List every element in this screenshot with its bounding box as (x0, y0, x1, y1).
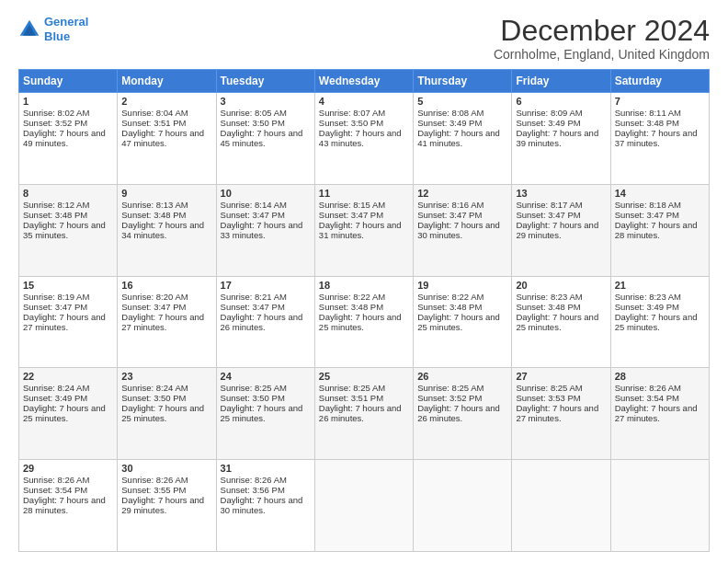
day-31: 31 Sunrise: 8:26 AM Sunset: 3:56 PM Dayl… (216, 460, 314, 552)
day-7: 7 Sunrise: 8:11 AM Sunset: 3:48 PM Dayli… (610, 93, 709, 185)
sunset-label: Sunset: 3:47 PM (417, 210, 482, 220)
sunrise-label: Sunrise: 8:22 AM (319, 292, 385, 302)
calendar-week-3: 15 Sunrise: 8:19 AM Sunset: 3:47 PM Dayl… (19, 276, 710, 368)
day-number: 20 (516, 280, 606, 291)
sunrise-label: Sunrise: 8:22 AM (417, 292, 483, 302)
day-11: 11 Sunrise: 8:15 AM Sunset: 3:47 PM Dayl… (314, 184, 413, 276)
sunrise-label: Sunrise: 8:13 AM (121, 200, 188, 210)
sunset-label: Sunset: 3:48 PM (23, 210, 87, 220)
sunset-label: Sunset: 3:49 PM (615, 302, 679, 312)
daylight-label: Daylight: 7 hours and 25 minutes. (121, 403, 204, 423)
sunset-label: Sunset: 3:48 PM (615, 118, 679, 128)
day-10: 10 Sunrise: 8:14 AM Sunset: 3:47 PM Dayl… (216, 184, 314, 276)
daylight-label: Daylight: 7 hours and 26 minutes. (319, 403, 402, 423)
sunrise-label: Sunrise: 8:23 AM (516, 292, 582, 302)
empty-day (610, 460, 709, 552)
day-18: 18 Sunrise: 8:22 AM Sunset: 3:48 PM Dayl… (314, 276, 413, 368)
day-number: 1 (23, 96, 113, 107)
sunset-label: Sunset: 3:47 PM (121, 302, 186, 312)
day-number: 25 (319, 371, 409, 382)
daylight-label: Daylight: 7 hours and 29 minutes. (121, 495, 204, 515)
day-number: 2 (121, 96, 211, 107)
sunset-label: Sunset: 3:47 PM (319, 210, 383, 220)
calendar-table: Sunday Monday Tuesday Wednesday Thursday… (18, 69, 710, 552)
daylight-label: Daylight: 7 hours and 25 minutes. (417, 312, 500, 332)
sunrise-label: Sunrise: 8:26 AM (221, 475, 287, 485)
daylight-label: Daylight: 7 hours and 26 minutes. (417, 403, 500, 423)
day-number: 24 (221, 371, 311, 382)
day-number: 28 (615, 371, 705, 382)
day-15: 15 Sunrise: 8:19 AM Sunset: 3:47 PM Dayl… (19, 276, 118, 368)
sunset-label: Sunset: 3:48 PM (121, 210, 186, 220)
daylight-label: Daylight: 7 hours and 27 minutes. (516, 403, 598, 423)
daylight-label: Daylight: 7 hours and 27 minutes. (23, 312, 106, 332)
day-12: 12 Sunrise: 8:16 AM Sunset: 3:47 PM Dayl… (414, 184, 512, 276)
sunset-label: Sunset: 3:49 PM (417, 118, 482, 128)
daylight-label: Daylight: 7 hours and 26 minutes. (221, 312, 303, 332)
sunrise-label: Sunrise: 8:14 AM (221, 200, 287, 210)
sunset-label: Sunset: 3:51 PM (121, 118, 186, 128)
daylight-label: Daylight: 7 hours and 25 minutes. (319, 312, 402, 332)
day-number: 3 (221, 96, 311, 107)
page: General Blue December 2024 Cornholme, En… (0, 0, 728, 563)
sunset-label: Sunset: 3:50 PM (221, 393, 285, 403)
sunset-label: Sunset: 3:48 PM (516, 302, 580, 312)
col-friday: Friday (512, 70, 610, 93)
day-number: 31 (221, 463, 311, 474)
daylight-label: Daylight: 7 hours and 29 minutes. (516, 220, 598, 240)
daylight-label: Daylight: 7 hours and 25 minutes. (615, 312, 698, 332)
col-thursday: Thursday (414, 70, 512, 93)
sunset-label: Sunset: 3:55 PM (121, 485, 186, 495)
sunrise-label: Sunrise: 8:07 AM (319, 108, 385, 118)
sunrise-label: Sunrise: 8:05 AM (221, 108, 287, 118)
day-1: 1 Sunrise: 8:02 AM Sunset: 3:52 PM Dayli… (19, 93, 118, 185)
sunrise-label: Sunrise: 8:18 AM (615, 200, 681, 210)
day-number: 23 (121, 371, 211, 382)
day-26: 26 Sunrise: 8:25 AM Sunset: 3:52 PM Dayl… (414, 368, 512, 460)
calendar-week-1: 1 Sunrise: 8:02 AM Sunset: 3:52 PM Dayli… (19, 93, 710, 185)
daylight-label: Daylight: 7 hours and 27 minutes. (615, 403, 698, 423)
sunset-label: Sunset: 3:56 PM (221, 485, 285, 495)
col-wednesday: Wednesday (314, 70, 413, 93)
day-number: 10 (221, 188, 311, 199)
daylight-label: Daylight: 7 hours and 25 minutes. (221, 403, 303, 423)
day-27: 27 Sunrise: 8:25 AM Sunset: 3:53 PM Dayl… (512, 368, 610, 460)
day-number: 21 (615, 280, 705, 291)
sunset-label: Sunset: 3:53 PM (516, 393, 580, 403)
sunrise-label: Sunrise: 8:04 AM (121, 108, 188, 118)
calendar-week-2: 8 Sunrise: 8:12 AM Sunset: 3:48 PM Dayli… (19, 184, 710, 276)
day-number: 17 (221, 280, 311, 291)
daylight-label: Daylight: 7 hours and 34 minutes. (121, 220, 204, 240)
day-8: 8 Sunrise: 8:12 AM Sunset: 3:48 PM Dayli… (19, 184, 118, 276)
day-25: 25 Sunrise: 8:25 AM Sunset: 3:51 PM Dayl… (314, 368, 413, 460)
sunrise-label: Sunrise: 8:25 AM (319, 383, 385, 393)
sunset-label: Sunset: 3:47 PM (221, 302, 285, 312)
day-24: 24 Sunrise: 8:25 AM Sunset: 3:50 PM Dayl… (216, 368, 314, 460)
day-number: 30 (121, 463, 211, 474)
sunset-label: Sunset: 3:51 PM (319, 393, 383, 403)
daylight-label: Daylight: 7 hours and 27 minutes. (121, 312, 204, 332)
sunrise-label: Sunrise: 8:08 AM (417, 108, 483, 118)
empty-day (414, 460, 512, 552)
day-number: 13 (516, 188, 606, 199)
sunrise-label: Sunrise: 8:25 AM (516, 383, 582, 393)
sunrise-label: Sunrise: 8:21 AM (221, 292, 287, 302)
day-number: 16 (121, 280, 211, 291)
sunrise-label: Sunrise: 8:26 AM (23, 475, 89, 485)
day-number: 26 (417, 371, 507, 382)
sunrise-label: Sunrise: 8:15 AM (319, 200, 385, 210)
day-19: 19 Sunrise: 8:22 AM Sunset: 3:48 PM Dayl… (414, 276, 512, 368)
day-5: 5 Sunrise: 8:08 AM Sunset: 3:49 PM Dayli… (414, 93, 512, 185)
daylight-label: Daylight: 7 hours and 30 minutes. (221, 495, 303, 515)
sunrise-label: Sunrise: 8:16 AM (417, 200, 483, 210)
sunset-label: Sunset: 3:50 PM (319, 118, 383, 128)
daylight-label: Daylight: 7 hours and 33 minutes. (221, 220, 303, 240)
sunrise-label: Sunrise: 8:25 AM (417, 383, 483, 393)
daylight-label: Daylight: 7 hours and 45 minutes. (221, 128, 303, 148)
day-3: 3 Sunrise: 8:05 AM Sunset: 3:50 PM Dayli… (216, 93, 314, 185)
day-number: 11 (319, 188, 409, 199)
sunset-label: Sunset: 3:52 PM (417, 393, 482, 403)
sunset-label: Sunset: 3:47 PM (221, 210, 285, 220)
day-number: 12 (417, 188, 507, 199)
daylight-label: Daylight: 7 hours and 49 minutes. (23, 128, 106, 148)
